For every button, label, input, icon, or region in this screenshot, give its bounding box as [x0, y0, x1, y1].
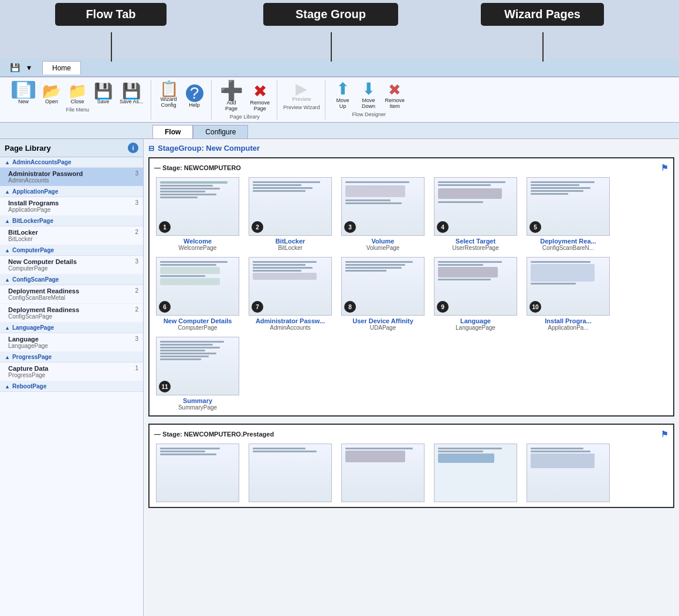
page-card-prestaged-2[interactable]: [247, 444, 334, 502]
page-thumb-select-target: 4: [434, 177, 517, 236]
sidebar-item-info: Capture Data ProgressPage: [8, 365, 48, 378]
page-name-admin-password: Administrator Passw...: [256, 317, 325, 324]
sidebar-item-admin-password[interactable]: Administrator Password AdminAccounts 3: [0, 168, 143, 187]
category-label: ProgressPage: [12, 354, 52, 360]
page-card-welcome[interactable]: 1 Welcome WelcomePage: [154, 177, 241, 251]
remove-page-icon: ✖: [253, 83, 267, 100]
stage-header-newcomputero: — Stage: NEWCOMPUTERO ⚑: [154, 163, 668, 172]
sidebar-header: Page Library i: [0, 139, 143, 157]
page-card-language[interactable]: 9 Language LanguagePage: [432, 257, 519, 331]
sidebar-item-info: BitLocker BitLocker: [8, 229, 38, 242]
collapse-btn[interactable]: ⊟: [148, 144, 154, 153]
category-configscan-page[interactable]: ▲ ConfigScanPage: [0, 275, 143, 285]
page-thumb-prestaged-2: [249, 444, 332, 502]
page-card-uda[interactable]: 8 User Device Affinity UDAPage: [340, 257, 426, 331]
category-computer-page[interactable]: ▲ ComputerPage: [0, 245, 143, 256]
page-badge-4: 4: [437, 221, 449, 233]
page-card-volume[interactable]: 3 Volume VolumePage: [340, 177, 426, 251]
category-reboot-page[interactable]: ▲ RebootPage: [0, 381, 143, 392]
page-badge-5: 5: [529, 221, 541, 233]
app-container: 💾 ▾ Home 📄 New 📂: [0, 59, 679, 616]
ribbon-group-page-library: ➕ AddPage ✖ RemovePage Page Library: [213, 80, 278, 120]
category-application-page[interactable]: ▲ ApplicationPage: [0, 187, 143, 197]
sidebar-item-install-programs[interactable]: Install Programs ApplicationPage 3: [0, 197, 143, 216]
main-layout: Page Library i ▲ AdminAccountsPage Admin…: [0, 139, 679, 616]
btn-move-up[interactable]: ⬆ MoveUp: [331, 80, 355, 110]
category-label: ApplicationPage: [12, 188, 58, 195]
sidebar-item-deployment-readiness-1[interactable]: Deployment Readiness ConfigScanBareMetal…: [0, 285, 143, 304]
page-card-deployment-rea[interactable]: 5 Deployment Rea... ConfigScanBareN...: [525, 177, 612, 251]
category-label: RebootPage: [12, 383, 46, 390]
btn-close[interactable]: 📁 Close: [66, 82, 89, 106]
preview-wizard-label: Preview Wizard: [283, 104, 320, 110]
help-icon: ?: [186, 84, 203, 102]
page-card-prestaged-3[interactable]: [340, 444, 426, 502]
page-name-summary: Summary: [183, 397, 212, 404]
sidebar-item-new-computer[interactable]: New Computer Details ComputerPage 3: [0, 256, 143, 275]
page-badge-9: 9: [437, 301, 449, 313]
btn-remove-item[interactable]: ✖ RemoveItem: [383, 81, 408, 110]
category-arrow: ▲: [5, 277, 10, 283]
ribbon-body: 📄 New 📂 Open 📁 Close 💾: [0, 77, 679, 122]
ribbon-top-bar: 💾 ▾ Home: [0, 59, 679, 77]
page-card-admin-password[interactable]: 7 Administrator Passw... AdminAccounts: [247, 257, 334, 331]
btn-wizard-config[interactable]: 📋 WizardConfig: [157, 80, 181, 109]
category-admin-accounts[interactable]: ▲ AdminAccountsPage: [0, 157, 143, 168]
btn-move-down[interactable]: ⬇ MoveDown: [357, 80, 381, 110]
ribbon-wizard-items: 📋 WizardConfig ? Help: [157, 80, 206, 109]
annotation-flow-tab: Flow Tab: [55, 3, 167, 26]
annotation-header: Flow Tab Stage Group Wizard Pages: [0, 0, 679, 59]
page-card-bitlocker[interactable]: 2 BitLocker BitLocker: [247, 177, 334, 251]
page-sub-install-programs: ApplicationPa...: [548, 324, 589, 331]
stage-pages-grid-1: 1 Welcome WelcomePage: [154, 177, 668, 411]
page-card-select-target[interactable]: 4 Select Target UserRestorePage: [432, 177, 519, 251]
category-arrow: ▲: [5, 218, 10, 224]
btn-saveas[interactable]: 💾 Save As...: [117, 82, 146, 106]
quick-undo-btn[interactable]: ▾: [22, 61, 35, 74]
page-name-bitlocker: BitLocker: [276, 238, 305, 245]
page-card-prestaged-5[interactable]: [525, 444, 612, 502]
page-card-summary[interactable]: 11 Summary SummaryPage: [154, 337, 241, 411]
btn-preview[interactable]: ▶ Preview: [290, 80, 313, 103]
page-library-label: Page Library: [230, 114, 260, 120]
app-wrapper: Flow Tab Stage Group Wizard Pages 💾 ▾ Ho: [0, 0, 679, 616]
page-sub-uda: UDAPage: [370, 324, 396, 331]
ribbon-flow-designer-items: ⬆ MoveUp ⬇ MoveDown ✖ RemoveItem: [331, 80, 408, 110]
page-card-prestaged-4[interactable]: [432, 444, 519, 502]
sidebar-item-language[interactable]: Language LanguagePage 3: [0, 333, 143, 352]
sidebar-title: Page Library: [5, 144, 51, 153]
quick-save-btn[interactable]: 💾: [8, 61, 21, 74]
page-card-install-programs[interactable]: 10 Install Progra... ApplicationPa...: [525, 257, 612, 331]
ribbon-tab-home[interactable]: Home: [42, 61, 81, 75]
page-card-prestaged-1[interactable]: [154, 444, 241, 502]
btn-open[interactable]: 📂 Open: [40, 82, 63, 106]
page-name-new-computer: New Computer Details: [164, 317, 232, 324]
page-thumb-deployment-rea: 5: [527, 177, 610, 236]
category-language-page[interactable]: ▲ LanguagePage: [0, 323, 143, 333]
page-thumb-language: 9: [434, 257, 517, 316]
move-up-icon: ⬆: [336, 81, 349, 97]
page-name-language: Language: [460, 317, 491, 324]
tab-configure[interactable]: Configure: [193, 125, 248, 138]
tab-flow[interactable]: Flow: [152, 125, 193, 138]
category-label: BitLockerPage: [12, 218, 53, 224]
page-sub-language: LanguagePage: [456, 324, 495, 331]
sidebar-item-capture-data[interactable]: Capture Data ProgressPage 1: [0, 363, 143, 381]
preview-icon: ▶: [296, 81, 307, 96]
sidebar-item-deployment-readiness-2[interactable]: Deployment Readiness ConfigScanPage 2: [0, 304, 143, 323]
btn-new[interactable]: 📄 New: [9, 80, 38, 106]
stage-group-header: ⊟ StageGroup: New Computer: [148, 144, 674, 153]
sidebar-item-bitlocker[interactable]: BitLocker BitLocker 2: [0, 226, 143, 245]
page-card-new-computer-details[interactable]: 6 New Computer Details ComputerPage: [154, 257, 241, 331]
btn-save[interactable]: 💾 Save: [91, 82, 115, 106]
sidebar-info-btn[interactable]: i: [128, 143, 138, 153]
page-thumb-new-computer: 6: [156, 257, 239, 316]
btn-help[interactable]: ? Help: [183, 83, 206, 109]
arrow-stage-group: [331, 32, 332, 62]
page-badge-3: 3: [344, 221, 356, 233]
btn-add-page[interactable]: ➕ AddPage: [218, 80, 246, 113]
btn-remove-page[interactable]: ✖ RemovePage: [248, 82, 273, 113]
category-bitlocker-page[interactable]: ▲ BitLockerPage: [0, 216, 143, 226]
page-thumb-prestaged-5: [527, 444, 610, 502]
category-progress-page[interactable]: ▲ ProgressPage: [0, 352, 143, 363]
